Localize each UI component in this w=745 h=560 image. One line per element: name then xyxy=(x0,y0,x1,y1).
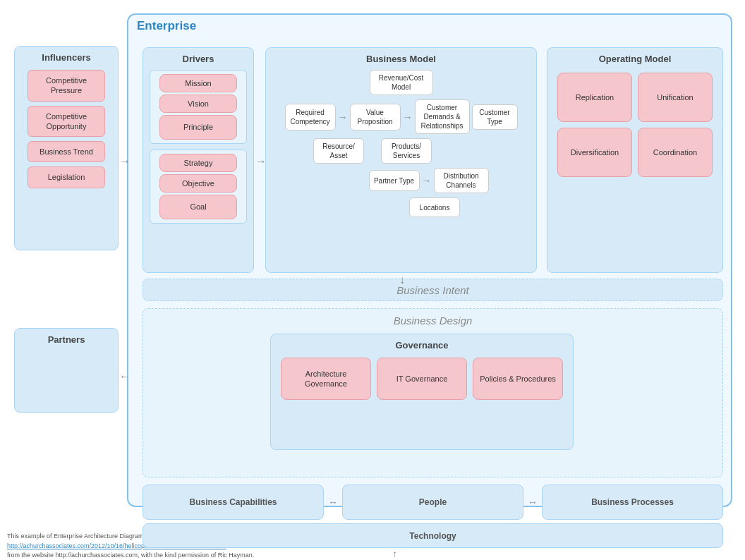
products-services-box: Products/ Services xyxy=(381,138,432,164)
competitive-opportunity-box: Competitive Opportunity xyxy=(28,106,105,138)
unification-box: Unification xyxy=(638,73,713,122)
drivers-sog-box: Strategy Objective Goal xyxy=(150,150,247,224)
resource-asset-box: Resource/ Asset xyxy=(313,138,364,164)
partners-panel: Partners xyxy=(14,328,119,413)
business-trend-box: Business Trend xyxy=(28,141,105,162)
distribution-channels-box: Distribution Channels xyxy=(434,168,489,193)
diagram-wrapper: Enterprise Influencers Competitive Press… xyxy=(7,4,738,525)
footnote-line3: from the website http://achurchassociate… xyxy=(7,551,738,560)
business-capabilities-panel: Business Capabilities xyxy=(143,485,324,520)
business-design-title: Business Design xyxy=(394,315,473,327)
operating-model-title: Operating Model xyxy=(599,54,672,64)
objective-box: Objective xyxy=(159,174,237,193)
business-intent-bar: Business Intent xyxy=(143,279,723,301)
arrow-cap-people: ↔ xyxy=(328,485,338,520)
architecture-governance-box: Architecture Governance xyxy=(281,358,371,400)
operating-model-panel: Operating Model Replication Unification … xyxy=(547,47,723,273)
revenue-cost-box: Revenue/Cost Model xyxy=(370,70,433,95)
arrow-partners-bd: ← xyxy=(119,370,131,383)
business-model-panel: Business Model Revenue/Cost Model Requir… xyxy=(265,47,537,273)
arrow-vp-cd: → xyxy=(403,111,413,123)
principle-box: Principle xyxy=(159,115,237,140)
scroll-arrow: ↑ xyxy=(392,548,397,559)
it-governance-box: IT Governance xyxy=(377,358,467,400)
coordination-box: Coordination xyxy=(638,128,713,177)
influencers-panel: Influencers Competitive Pressure Competi… xyxy=(14,46,119,250)
required-competency-box: Required Competency xyxy=(285,104,336,130)
technology-panel: Technology xyxy=(143,523,723,548)
locations-box: Locations xyxy=(409,197,460,217)
diversification-box: Diversification xyxy=(557,128,632,177)
enterprise-title: Enterprise xyxy=(137,19,196,33)
governance-title: Governance xyxy=(395,340,448,351)
strategy-box: Strategy xyxy=(159,154,237,172)
governance-panel: Governance Architecture Governance IT Go… xyxy=(270,334,574,450)
people-panel: People xyxy=(342,485,523,520)
business-intent-label: Business Intent xyxy=(396,284,469,296)
drivers-mvp-box: Mission Vision Principle xyxy=(150,70,247,144)
drivers-panel: Drivers Mission Vision Principle Strateg… xyxy=(143,47,254,273)
customer-demands-box: Customer Demands & Relationships xyxy=(415,99,470,134)
business-design-panel: Business Design Governance Architecture … xyxy=(143,308,723,477)
partners-title: Partners xyxy=(48,334,85,345)
goal-box: Goal xyxy=(159,195,237,219)
arrow-influencers-drivers: → xyxy=(119,155,131,168)
customer-type-box: Customer Type xyxy=(472,104,518,130)
vision-box: Vision xyxy=(159,95,237,113)
arrow-rc-vp: → xyxy=(338,111,348,123)
policies-procedures-box: Policies & Procedures xyxy=(473,358,563,400)
arrow-people-processes: ↔ xyxy=(528,485,538,520)
value-proposition-box: Value Proposition xyxy=(350,104,401,130)
replication-box: Replication xyxy=(557,73,632,122)
mission-box: Mission xyxy=(159,74,237,92)
capabilities-row: Business Capabilities ↔ People ↔ Busines… xyxy=(143,485,723,520)
business-model-title: Business Model xyxy=(366,54,436,64)
competitive-pressure-box: Competitive Pressure xyxy=(28,70,105,102)
partner-type-box: Partner Type xyxy=(369,170,420,191)
business-processes-panel: Business Processes xyxy=(542,485,723,520)
legislation-box: Legislation xyxy=(28,166,105,188)
arrow-down-bm: ↓ xyxy=(399,274,405,286)
drivers-title: Drivers xyxy=(183,54,214,64)
influencers-title: Influencers xyxy=(42,52,90,63)
